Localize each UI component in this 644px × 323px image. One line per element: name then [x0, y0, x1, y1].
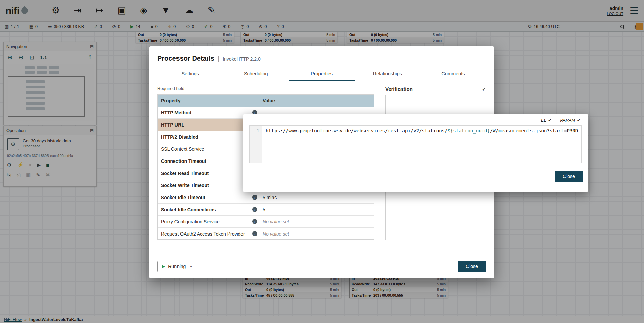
play-icon: ▶	[162, 264, 165, 269]
el-expression: ${station_uuid}	[447, 128, 490, 133]
processor-type-version: InvokeHTTP 2.2.0	[223, 56, 261, 62]
dialog-title: Processor Details	[157, 55, 214, 62]
tab-settings[interactable]: Settings	[157, 68, 223, 81]
chevron-down-icon: ▾	[190, 265, 192, 268]
nifi-app: nifi ⚙ ⇥ ↦ ▣ ◈ ▼ ☁ ✎ admin LOG OUT ☰ ▥1 …	[0, 0, 644, 323]
required-field-label: Required field	[157, 86, 374, 91]
param-check-icon: ✔	[577, 118, 580, 123]
property-row[interactable]: Proxy Configuration Servicei No value se…	[158, 216, 374, 228]
property-row[interactable]: Socket Idle Connectionsi 5	[158, 204, 374, 216]
info-icon[interactable]: i	[252, 207, 257, 212]
value-text[interactable]: https://www.pegelonline.wsv.de/webservic…	[262, 126, 581, 163]
info-icon[interactable]: i	[252, 195, 257, 200]
run-state-label: Running	[168, 264, 186, 269]
info-icon[interactable]: i	[252, 231, 257, 236]
dialog-tabs: Settings Scheduling Properties Relations…	[157, 68, 486, 81]
verification-title: Verification	[385, 86, 413, 92]
value-code-editor[interactable]: 1 https://www.pegelonline.wsv.de/webserv…	[249, 125, 582, 163]
editor-close-button[interactable]: Close	[555, 171, 583, 182]
property-row[interactable]: Socket Idle Timeouti 5 mins	[158, 191, 374, 204]
verify-check-icon[interactable]: ✔	[482, 86, 486, 92]
dialog-close-button[interactable]: Close	[458, 261, 486, 272]
tab-relationships[interactable]: Relationships	[355, 68, 420, 81]
tab-properties[interactable]: Properties	[289, 68, 354, 81]
properties-table-header: Property Value	[158, 95, 374, 107]
line-number: 1	[250, 126, 262, 163]
property-value-editor: EL ✔ PARAM ✔ 1 https://www.pegelonline.w…	[243, 114, 588, 192]
tab-comments[interactable]: Comments	[420, 68, 486, 81]
el-supported-flag: EL ✔	[541, 118, 551, 123]
param-supported-flag: PARAM ✔	[560, 118, 580, 123]
el-check-icon: ✔	[548, 118, 551, 123]
info-icon[interactable]: i	[252, 219, 257, 224]
run-state-dropdown[interactable]: ▶ Running ▾	[157, 261, 196, 272]
column-value: Value	[259, 95, 374, 107]
column-property: Property	[158, 95, 259, 107]
dialog-title-divider: |	[218, 55, 219, 62]
tab-scheduling[interactable]: Scheduling	[223, 68, 289, 81]
property-row[interactable]: Request OAuth2 Access Token Provideri No…	[158, 228, 374, 240]
